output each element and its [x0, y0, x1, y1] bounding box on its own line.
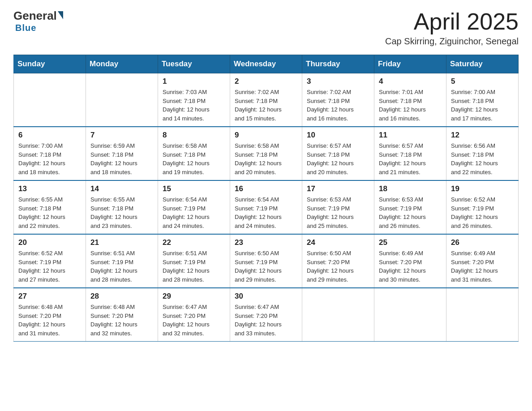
day-info: Sunrise: 6:50 AM Sunset: 7:19 PM Dayligh… — [235, 249, 297, 284]
day-info: Sunrise: 7:00 AM Sunset: 7:18 PM Dayligh… — [18, 141, 81, 176]
day-info: Sunrise: 6:52 AM Sunset: 7:19 PM Dayligh… — [18, 249, 81, 284]
week-row-5: 27Sunrise: 6:48 AM Sunset: 7:20 PM Dayli… — [14, 288, 519, 342]
calendar-cell: 18Sunrise: 6:53 AM Sunset: 7:19 PM Dayli… — [374, 180, 446, 234]
day-number: 7 — [90, 131, 153, 140]
calendar-cell: 15Sunrise: 6:54 AM Sunset: 7:19 PM Dayli… — [158, 180, 230, 234]
calendar-cell: 27Sunrise: 6:48 AM Sunset: 7:20 PM Dayli… — [14, 288, 86, 342]
calendar-cell: 30Sunrise: 6:47 AM Sunset: 7:20 PM Dayli… — [230, 288, 302, 342]
header-saturday: Saturday — [446, 55, 519, 73]
header-thursday: Thursday — [302, 55, 374, 73]
day-info: Sunrise: 7:00 AM Sunset: 7:18 PM Dayligh… — [451, 88, 514, 123]
day-info: Sunrise: 6:56 AM Sunset: 7:18 PM Dayligh… — [451, 141, 514, 176]
day-info: Sunrise: 6:47 AM Sunset: 7:20 PM Dayligh… — [163, 303, 225, 338]
day-number: 8 — [163, 131, 225, 140]
calendar-cell — [302, 288, 374, 342]
calendar-cell: 8Sunrise: 6:58 AM Sunset: 7:18 PM Daylig… — [158, 127, 230, 180]
week-row-3: 13Sunrise: 6:55 AM Sunset: 7:18 PM Dayli… — [14, 180, 519, 234]
calendar-cell: 29Sunrise: 6:47 AM Sunset: 7:20 PM Dayli… — [158, 288, 230, 342]
day-info: Sunrise: 6:53 AM Sunset: 7:19 PM Dayligh… — [379, 195, 442, 230]
day-number: 21 — [90, 238, 153, 247]
day-info: Sunrise: 6:51 AM Sunset: 7:19 PM Dayligh… — [90, 249, 153, 284]
day-info: Sunrise: 6:53 AM Sunset: 7:19 PM Dayligh… — [307, 195, 369, 230]
day-info: Sunrise: 6:48 AM Sunset: 7:20 PM Dayligh… — [18, 303, 81, 338]
day-info: Sunrise: 6:54 AM Sunset: 7:19 PM Dayligh… — [163, 195, 225, 230]
calendar-cell: 9Sunrise: 6:58 AM Sunset: 7:18 PM Daylig… — [230, 127, 302, 180]
title-area: April 2025 Cap Skirring, Ziguinchor, Sen… — [385, 9, 519, 47]
calendar-cell: 7Sunrise: 6:59 AM Sunset: 7:18 PM Daylig… — [86, 127, 158, 180]
calendar-cell: 12Sunrise: 6:56 AM Sunset: 7:18 PM Dayli… — [446, 127, 519, 180]
header-sunday: Sunday — [14, 55, 86, 73]
calendar-cell: 17Sunrise: 6:53 AM Sunset: 7:19 PM Dayli… — [302, 180, 374, 234]
day-number: 22 — [163, 238, 225, 247]
header-row: SundayMondayTuesdayWednesdayThursdayFrid… — [14, 55, 519, 73]
calendar-cell: 16Sunrise: 6:54 AM Sunset: 7:19 PM Dayli… — [230, 180, 302, 234]
day-number: 3 — [307, 77, 369, 86]
week-row-2: 6Sunrise: 7:00 AM Sunset: 7:18 PM Daylig… — [14, 127, 519, 180]
day-info: Sunrise: 7:01 AM Sunset: 7:18 PM Dayligh… — [379, 88, 442, 123]
calendar-cell: 2Sunrise: 7:02 AM Sunset: 7:18 PM Daylig… — [230, 73, 302, 127]
day-number: 14 — [90, 184, 153, 193]
day-number: 24 — [307, 238, 369, 247]
day-info: Sunrise: 7:02 AM Sunset: 7:18 PM Dayligh… — [307, 88, 369, 123]
location-subtitle: Cap Skirring, Ziguinchor, Senegal — [385, 36, 519, 47]
day-number: 12 — [451, 131, 514, 140]
day-number: 30 — [235, 292, 297, 301]
day-number: 17 — [307, 184, 369, 193]
day-number: 11 — [379, 131, 442, 140]
calendar-cell: 19Sunrise: 6:52 AM Sunset: 7:19 PM Dayli… — [446, 180, 519, 234]
calendar-cell — [14, 73, 86, 127]
day-number: 18 — [379, 184, 442, 193]
page-header: General Blue April 2025 Cap Skirring, Zi… — [13, 9, 519, 47]
day-number: 10 — [307, 131, 369, 140]
day-info: Sunrise: 6:58 AM Sunset: 7:18 PM Dayligh… — [163, 141, 225, 176]
calendar-cell: 10Sunrise: 6:57 AM Sunset: 7:18 PM Dayli… — [302, 127, 374, 180]
calendar-cell: 4Sunrise: 7:01 AM Sunset: 7:18 PM Daylig… — [374, 73, 446, 127]
calendar-cell: 25Sunrise: 6:49 AM Sunset: 7:20 PM Dayli… — [374, 234, 446, 288]
header-wednesday: Wednesday — [230, 55, 302, 73]
day-number: 26 — [451, 238, 514, 247]
day-info: Sunrise: 6:50 AM Sunset: 7:20 PM Dayligh… — [307, 249, 369, 284]
calendar-cell: 21Sunrise: 6:51 AM Sunset: 7:19 PM Dayli… — [86, 234, 158, 288]
week-row-4: 20Sunrise: 6:52 AM Sunset: 7:19 PM Dayli… — [14, 234, 519, 288]
calendar-cell: 28Sunrise: 6:48 AM Sunset: 7:20 PM Dayli… — [86, 288, 158, 342]
day-info: Sunrise: 7:02 AM Sunset: 7:18 PM Dayligh… — [235, 88, 297, 123]
week-row-1: 1Sunrise: 7:03 AM Sunset: 7:18 PM Daylig… — [14, 73, 519, 127]
calendar-cell: 26Sunrise: 6:49 AM Sunset: 7:20 PM Dayli… — [446, 234, 519, 288]
day-info: Sunrise: 6:58 AM Sunset: 7:18 PM Dayligh… — [235, 141, 297, 176]
day-number: 25 — [379, 238, 442, 247]
day-info: Sunrise: 6:48 AM Sunset: 7:20 PM Dayligh… — [90, 303, 153, 338]
calendar-cell — [374, 288, 446, 342]
day-number: 23 — [235, 238, 297, 247]
day-number: 4 — [379, 77, 442, 86]
header-friday: Friday — [374, 55, 446, 73]
day-number: 16 — [235, 184, 297, 193]
logo: General Blue — [13, 9, 63, 33]
calendar-cell: 22Sunrise: 6:51 AM Sunset: 7:19 PM Dayli… — [158, 234, 230, 288]
day-number: 5 — [451, 77, 514, 86]
logo-triangle-icon — [58, 11, 63, 19]
day-number: 2 — [235, 77, 297, 86]
day-info: Sunrise: 6:52 AM Sunset: 7:19 PM Dayligh… — [451, 195, 514, 230]
calendar-table: SundayMondayTuesdayWednesdayThursdayFrid… — [13, 55, 519, 342]
day-info: Sunrise: 6:51 AM Sunset: 7:19 PM Dayligh… — [163, 249, 225, 284]
calendar-cell: 14Sunrise: 6:55 AM Sunset: 7:18 PM Dayli… — [86, 180, 158, 234]
day-info: Sunrise: 6:57 AM Sunset: 7:18 PM Dayligh… — [379, 141, 442, 176]
day-info: Sunrise: 6:47 AM Sunset: 7:20 PM Dayligh… — [235, 303, 297, 338]
day-number: 19 — [451, 184, 514, 193]
day-info: Sunrise: 6:49 AM Sunset: 7:20 PM Dayligh… — [379, 249, 442, 284]
month-title: April 2025 — [385, 9, 519, 34]
day-info: Sunrise: 6:59 AM Sunset: 7:18 PM Dayligh… — [90, 141, 153, 176]
calendar-cell: 3Sunrise: 7:02 AM Sunset: 7:18 PM Daylig… — [302, 73, 374, 127]
day-number: 9 — [235, 131, 297, 140]
header-tuesday: Tuesday — [158, 55, 230, 73]
day-number: 13 — [18, 184, 81, 193]
day-info: Sunrise: 6:54 AM Sunset: 7:19 PM Dayligh… — [235, 195, 297, 230]
calendar-cell: 24Sunrise: 6:50 AM Sunset: 7:20 PM Dayli… — [302, 234, 374, 288]
logo-general: General — [13, 9, 57, 23]
calendar-cell: 6Sunrise: 7:00 AM Sunset: 7:18 PM Daylig… — [14, 127, 86, 180]
calendar-cell: 20Sunrise: 6:52 AM Sunset: 7:19 PM Dayli… — [14, 234, 86, 288]
day-info: Sunrise: 6:57 AM Sunset: 7:18 PM Dayligh… — [307, 141, 369, 176]
calendar-cell — [446, 288, 519, 342]
calendar-cell: 5Sunrise: 7:00 AM Sunset: 7:18 PM Daylig… — [446, 73, 519, 127]
calendar-cell: 1Sunrise: 7:03 AM Sunset: 7:18 PM Daylig… — [158, 73, 230, 127]
